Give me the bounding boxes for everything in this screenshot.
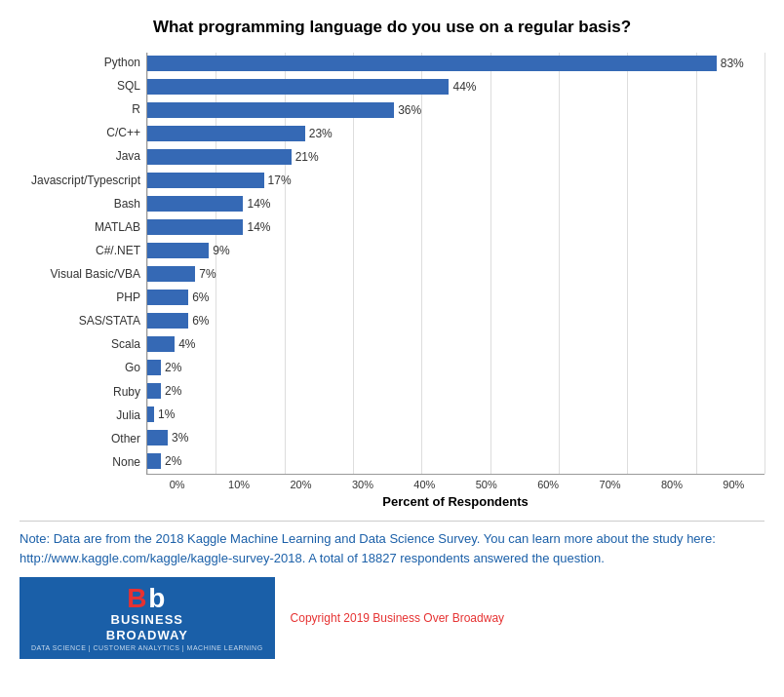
logo-bb: Bb — [127, 585, 167, 612]
x-tick-label: 50% — [455, 479, 517, 490]
y-label: Java — [116, 146, 140, 166]
bar — [147, 56, 717, 71]
bar-row: 2% — [147, 450, 764, 472]
bar — [147, 126, 305, 141]
bar — [147, 196, 243, 212]
y-label: R — [132, 99, 140, 119]
y-label: Scala — [111, 334, 140, 354]
y-label: Ruby — [113, 382, 140, 402]
bar-value-label: 7% — [199, 267, 216, 281]
x-axis-labels: 0%10%20%30%40%50%60%70%80%90% — [146, 479, 764, 490]
bar — [147, 266, 195, 282]
x-tick-label: 0% — [146, 479, 208, 490]
bar-row: 23% — [147, 123, 764, 144]
bar — [147, 453, 161, 469]
bar — [147, 243, 209, 258]
chart-area: PythonSQLRC/C++JavaJavascript/Typescript… — [20, 53, 764, 509]
bar — [147, 336, 175, 352]
bar-row: 21% — [147, 146, 764, 168]
bar-row: 2% — [147, 357, 764, 378]
x-tick-label: 30% — [332, 479, 393, 490]
bar — [147, 173, 264, 188]
y-label: SQL — [117, 76, 140, 96]
bar — [147, 383, 161, 399]
bar-row: 6% — [147, 287, 764, 308]
bar — [147, 102, 394, 118]
bar-row: 3% — [147, 427, 764, 448]
y-label: Other — [111, 429, 140, 448]
y-label: Python — [104, 53, 140, 72]
bar-value-label: 6% — [192, 290, 209, 304]
y-label: SAS/STATA — [79, 311, 140, 330]
logo-tagline: DATA SCIENCE | CUSTOMER ANALYTICS | MACH… — [31, 644, 263, 651]
copyright-text: Copyright 2019 Business Over Broadway — [291, 611, 504, 625]
bar-value-label: 4% — [178, 337, 195, 351]
bar-value-label: 2% — [165, 454, 181, 468]
bar — [147, 360, 161, 375]
bar — [147, 313, 188, 329]
bar-value-label: 2% — [165, 361, 181, 374]
chart-title: What programming language do you use on … — [20, 18, 764, 37]
bar-value-label: 44% — [452, 80, 476, 94]
x-tick-label: 20% — [270, 479, 332, 490]
bar-row: 83% — [147, 53, 764, 74]
bar-value-label: 14% — [247, 220, 270, 234]
x-tick-label: 10% — [208, 479, 269, 490]
x-tick-label: 40% — [394, 479, 455, 490]
bar-row: 36% — [147, 99, 764, 121]
bar-value-label: 9% — [213, 244, 229, 257]
bar-value-label: 3% — [172, 431, 188, 445]
bar-row: 7% — [147, 263, 764, 285]
bar — [147, 430, 168, 445]
bar — [147, 79, 449, 95]
x-tick-label: 60% — [517, 479, 578, 490]
x-axis-title: Percent of Respondents — [146, 494, 764, 509]
bar-row: 14% — [147, 216, 764, 238]
y-label: None — [112, 452, 140, 472]
y-label: MATLAB — [95, 217, 140, 237]
bar-row: 4% — [147, 333, 764, 355]
bar-value-label: 17% — [268, 174, 292, 187]
y-label: PHP — [116, 288, 140, 307]
logo-copyright-row: Bb BUSINESSBROADWAY DATA SCIENCE | CUSTO… — [20, 577, 764, 659]
bar-value-label: 21% — [295, 150, 319, 164]
bar-value-label: 23% — [309, 127, 333, 140]
bar-row: 14% — [147, 193, 764, 214]
bar-value-label: 2% — [165, 384, 181, 398]
x-tick-label: 80% — [641, 479, 702, 490]
y-label: Go — [125, 358, 140, 377]
y-label: Bash — [114, 194, 140, 213]
bar-row: 17% — [147, 170, 764, 191]
bar-value-label: 1% — [158, 407, 175, 421]
bar-row: 9% — [147, 240, 764, 261]
bars-area: 83%44%36%23%21%17%14%14%9%7%6%6%4%2%2%1%… — [146, 53, 764, 475]
bar-row: 6% — [147, 310, 764, 331]
y-label: Julia — [116, 406, 140, 425]
x-tick-label: 90% — [703, 479, 764, 490]
logo-name: BUSINESSBROADWAY — [106, 612, 188, 642]
bar-row: 2% — [147, 380, 764, 402]
bar — [147, 149, 292, 165]
bar-value-label: 83% — [721, 57, 744, 70]
bar-value-label: 14% — [247, 197, 270, 211]
y-labels: PythonSQLRC/C++JavaJavascript/Typescript… — [20, 53, 146, 474]
y-label: C#/.NET — [96, 241, 140, 260]
y-label: C/C++ — [106, 123, 140, 142]
x-tick-label: 70% — [579, 479, 641, 490]
y-label: Visual Basic/VBA — [51, 264, 141, 284]
bar-value-label: 36% — [398, 103, 421, 117]
logo-box: Bb BUSINESSBROADWAY DATA SCIENCE | CUSTO… — [20, 577, 275, 659]
note-area: Note: Data are from the 2018 Kaggle Mach… — [20, 521, 764, 567]
bar-row: 1% — [147, 404, 764, 425]
bar — [147, 407, 154, 422]
bar — [147, 290, 188, 305]
y-label: Javascript/Typescript — [31, 171, 140, 190]
bar-row: 44% — [147, 76, 764, 97]
bar — [147, 219, 243, 235]
bar-value-label: 6% — [192, 314, 209, 328]
